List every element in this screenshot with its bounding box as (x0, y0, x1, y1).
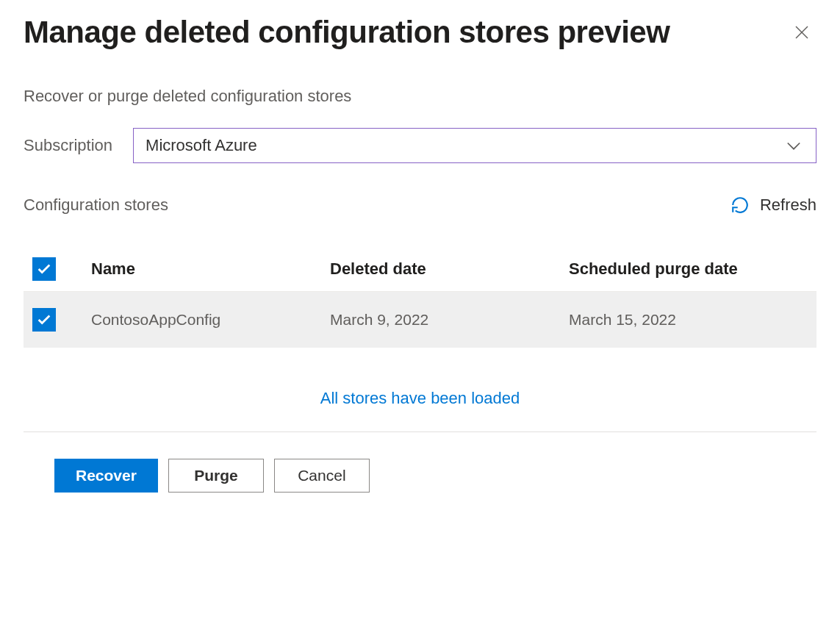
recover-button[interactable]: Recover (54, 459, 158, 493)
check-icon (36, 261, 52, 277)
select-all-checkbox[interactable] (32, 257, 56, 281)
subscription-label: Subscription (24, 136, 112, 155)
refresh-label: Refresh (760, 196, 816, 215)
purge-button[interactable]: Purge (168, 459, 264, 493)
col-header-deleted-date[interactable]: Deleted date (330, 259, 569, 279)
table-header-row: Name Deleted date Scheduled purge date (24, 247, 816, 292)
divider (24, 431, 816, 432)
cell-scheduled-purge: March 15, 2022 (569, 311, 808, 329)
close-icon (793, 24, 811, 41)
col-header-name[interactable]: Name (91, 259, 330, 279)
refresh-icon (730, 196, 750, 215)
cell-deleted-date: March 9, 2022 (330, 311, 569, 329)
subscription-dropdown[interactable]: Microsoft Azure (133, 128, 816, 163)
configuration-stores-label: Configuration stores (24, 196, 168, 215)
col-header-scheduled-purge[interactable]: Scheduled purge date (569, 259, 808, 279)
status-message: All stores have been loaded (24, 389, 816, 408)
refresh-button[interactable]: Refresh (730, 196, 816, 215)
cell-name: ContosoAppConfig (91, 311, 330, 329)
page-title: Manage deleted configuration stores prev… (24, 15, 670, 50)
table-row[interactable]: ContosoAppConfig March 9, 2022 March 15,… (24, 292, 816, 348)
subtitle-text: Recover or purge deleted configuration s… (24, 87, 816, 106)
subscription-selected-value: Microsoft Azure (146, 136, 257, 155)
cancel-button[interactable]: Cancel (274, 459, 370, 493)
close-button[interactable] (787, 18, 816, 47)
stores-table: Name Deleted date Scheduled purge date C… (24, 247, 816, 348)
row-checkbox[interactable] (32, 308, 56, 332)
chevron-down-icon (783, 135, 804, 156)
check-icon (36, 312, 52, 328)
